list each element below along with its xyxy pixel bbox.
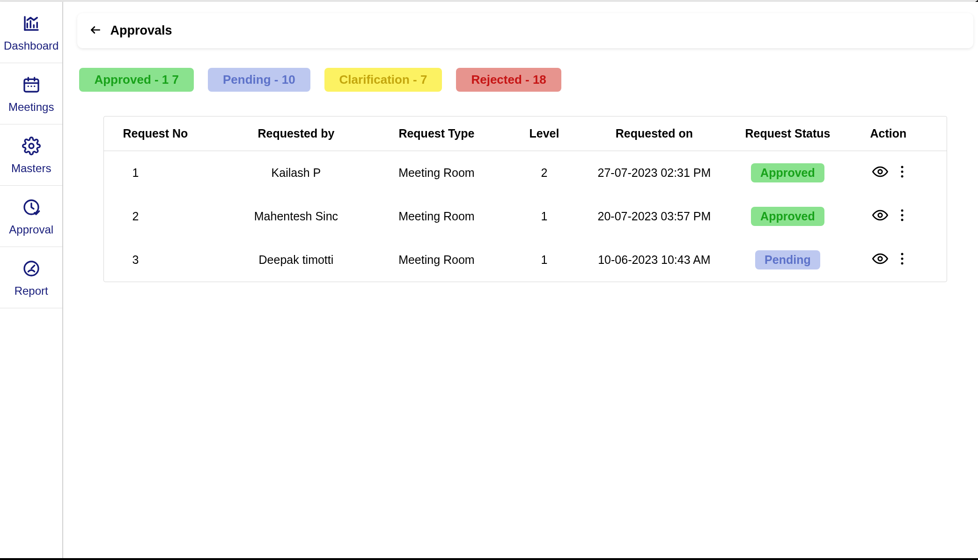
table-row: 1Kailash PMeeting Room227-07-2023 02:31 … [104,151,947,195]
svg-point-21 [878,213,882,217]
sidebar-item-label: Masters [11,162,51,175]
sidebar-item-label: Approval [9,223,53,236]
more-options-icon[interactable] [900,165,904,182]
view-icon[interactable] [872,251,888,269]
sidebar-item-label: Meetings [8,101,54,114]
requests-table: Request No Requested by Request Type Lev… [103,116,947,282]
svg-point-18 [901,166,904,168]
col-requested-on: Requested on [581,127,727,140]
cell-level: 1 [507,210,581,223]
filter-rejected[interactable]: Rejected - 18 [456,68,561,92]
more-options-icon[interactable] [900,208,904,225]
main-content: Approvals Approved - 1 7 Pending - 10 Cl… [63,2,978,558]
cell-actions [848,164,928,182]
col-action: Action [848,127,928,140]
clock-check-icon [22,197,41,218]
cell-actions [848,207,928,226]
sidebar-item-report[interactable]: Report [0,247,62,308]
page-title: Approvals [110,23,172,38]
cell-status: Approved [727,163,848,182]
col-level: Level [507,127,581,140]
sidebar-item-label: Dashboard [4,39,59,52]
sidebar-item-meetings[interactable]: Meetings [0,63,62,124]
cell-actions [848,251,928,269]
gauge-icon [22,258,41,279]
view-icon[interactable] [872,164,888,182]
svg-point-20 [901,175,904,177]
col-request-no: Request No [123,127,226,140]
status-filter-bar: Approved - 1 7 Pending - 10 Clarificatio… [77,68,973,92]
col-requested-by: Requested by [226,127,366,140]
sidebar-item-approval[interactable]: Approval [0,186,62,247]
cell-request-no: 2 [123,210,226,223]
calendar-icon [22,74,41,95]
svg-point-25 [878,256,882,261]
cell-requested-on: 27-07-2023 02:31 PM [581,166,727,180]
sidebar-item-dashboard[interactable]: Dashboard [0,2,62,63]
svg-point-26 [901,253,904,255]
svg-rect-6 [24,79,38,92]
svg-point-28 [901,262,904,264]
sidebar-item-masters[interactable]: Masters [0,124,62,186]
sidebar: Dashboard Meetings [0,2,63,558]
filter-clarification-label: Clarification - 7 [339,73,427,87]
table-body: 1Kailash PMeeting Room227-07-2023 02:31 … [104,151,947,282]
status-badge: Approved [751,207,824,226]
cell-status: Approved [727,207,848,226]
cell-request-type: Meeting Room [366,166,507,180]
filter-clarification[interactable]: Clarification - 7 [324,68,442,92]
cell-request-type: Meeting Room [366,210,507,223]
table-row: 3Deepak timottiMeeting Room110-06-2023 1… [104,238,947,282]
svg-point-23 [901,214,904,216]
cell-status: Pending [727,250,848,269]
back-arrow-icon[interactable] [89,24,102,38]
cell-request-no: 1 [123,166,226,180]
app-shell: Dashboard Meetings [0,0,978,560]
filter-rejected-label: Rejected - 18 [471,73,546,87]
svg-point-17 [878,169,882,174]
dashboard-icon [22,13,41,34]
filter-approved-label: Approved - 1 7 [94,73,179,87]
svg-point-19 [901,170,904,173]
cell-requested-by: Deepak timotti [226,253,366,267]
status-badge: Pending [755,250,820,269]
table-row: 2Mahentesh SincMeeting Room120-07-2023 0… [104,195,947,238]
col-request-type: Request Type [366,127,507,140]
cell-request-no: 3 [123,253,226,267]
svg-point-22 [901,209,904,211]
cell-requested-by: Mahentesh Sinc [226,210,366,223]
col-request-status: Request Status [727,127,848,140]
filter-approved[interactable]: Approved - 1 7 [79,68,194,92]
cell-requested-on: 10-06-2023 10:43 AM [581,253,727,267]
filter-pending[interactable]: Pending - 10 [208,68,310,92]
svg-point-13 [29,144,34,148]
svg-point-27 [901,257,904,260]
table-header: Request No Requested by Request Type Lev… [104,116,947,151]
view-icon[interactable] [872,207,888,226]
cell-request-type: Meeting Room [366,253,507,267]
gear-icon [22,136,41,156]
cell-requested-on: 20-07-2023 03:57 PM [581,210,727,223]
cell-level: 1 [507,253,581,267]
more-options-icon[interactable] [900,252,904,269]
svg-point-24 [901,218,904,221]
cell-level: 2 [507,166,581,180]
cell-requested-by: Kailash P [226,166,366,180]
filter-pending-label: Pending - 10 [223,73,295,87]
page-header: Approvals [77,13,973,48]
sidebar-item-label: Report [15,284,48,298]
status-badge: Approved [751,163,824,182]
